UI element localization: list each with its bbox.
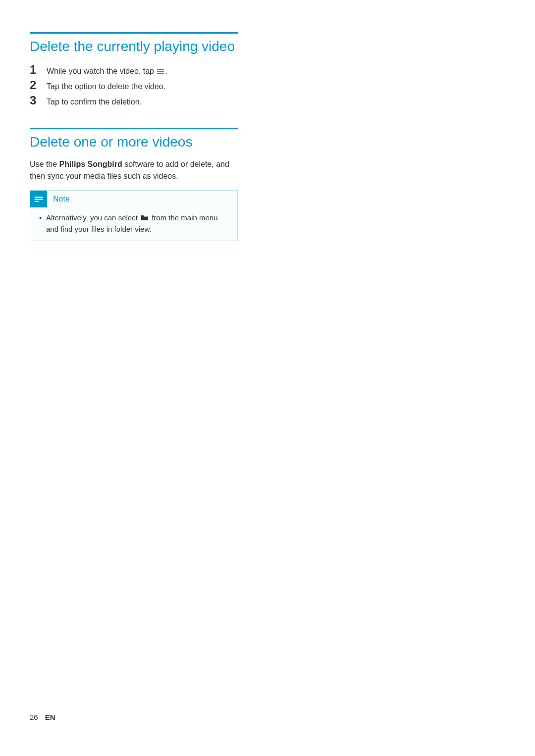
menu-icon <box>157 69 164 74</box>
step-item: 3 Tap to confirm the deletion. <box>30 94 238 108</box>
svg-rect-0 <box>35 197 43 198</box>
note-box: Note • Alternatively, you can select fro… <box>30 190 238 241</box>
manual-page: Delete the currently playing video 1 Whi… <box>0 0 268 271</box>
step-item: 2 Tap the option to delete the video. <box>30 78 238 93</box>
step-text: Tap to confirm the deletion. <box>47 96 142 108</box>
section-rule <box>30 32 238 34</box>
svg-rect-2 <box>35 201 39 202</box>
note-title: Note <box>47 195 70 203</box>
software-name: Philips Songbird <box>59 160 122 168</box>
folder-icon <box>141 213 149 224</box>
step-number: 2 <box>30 78 47 92</box>
step-item: 1 While you watch the video, tap . <box>30 63 238 77</box>
language-code: EN <box>45 713 55 721</box>
steps-list: 1 While you watch the video, tap . 2 Tap… <box>30 63 238 108</box>
note-body: • Alternatively, you can select from the… <box>30 207 237 241</box>
svg-rect-1 <box>35 199 43 200</box>
page-number: 26 <box>30 713 38 721</box>
note-icon <box>30 191 47 207</box>
step-number: 1 <box>30 63 47 77</box>
section-delete-more-videos: Delete one or more videos Use the Philip… <box>30 128 238 241</box>
page-footer: 26 EN <box>30 713 55 721</box>
step-text: Tap the option to delete the video. <box>47 81 165 93</box>
step-text: While you watch the video, tap . <box>47 65 167 77</box>
step-number: 3 <box>30 94 47 107</box>
section-delete-current-video: Delete the currently playing video 1 Whi… <box>30 32 238 108</box>
section-paragraph: Use the Philips Songbird software to add… <box>30 158 238 182</box>
note-header: Note <box>30 191 237 207</box>
section-heading: Delete one or more videos <box>30 133 238 151</box>
note-bullet-item: • Alternatively, you can select from the… <box>39 212 228 235</box>
section-heading: Delete the currently playing video <box>30 38 238 55</box>
section-rule <box>30 128 238 129</box>
